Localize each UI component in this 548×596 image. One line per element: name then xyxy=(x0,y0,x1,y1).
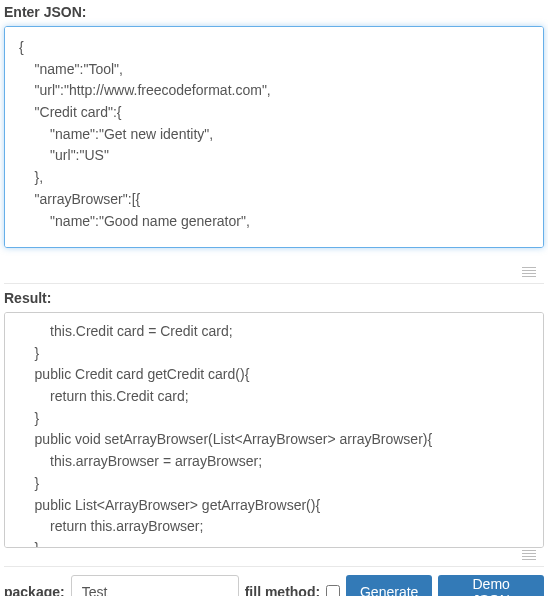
enter-json-label: Enter JSON: xyxy=(4,4,544,20)
demo-json-button[interactable]: Demo JSON xyxy=(438,575,544,596)
result-output[interactable]: this.Credit card = Credit card; } public… xyxy=(4,312,544,548)
resize-grip-row xyxy=(4,265,544,284)
result-label: Result: xyxy=(4,290,544,306)
package-input[interactable] xyxy=(71,575,239,596)
package-label: package: xyxy=(4,584,65,596)
generate-button[interactable]: Generate xyxy=(346,575,432,596)
resize-grip-icon[interactable] xyxy=(522,267,536,277)
resize-grip-row-2 xyxy=(4,548,544,567)
bottom-toolbar: package: fill method: Generate Demo JSON xyxy=(4,575,544,596)
json-input-container xyxy=(4,26,544,251)
fill-method-label: fill method: xyxy=(245,584,320,596)
fill-method-checkbox[interactable] xyxy=(326,585,340,596)
resize-grip-icon[interactable] xyxy=(522,550,536,560)
json-input[interactable] xyxy=(4,26,544,248)
